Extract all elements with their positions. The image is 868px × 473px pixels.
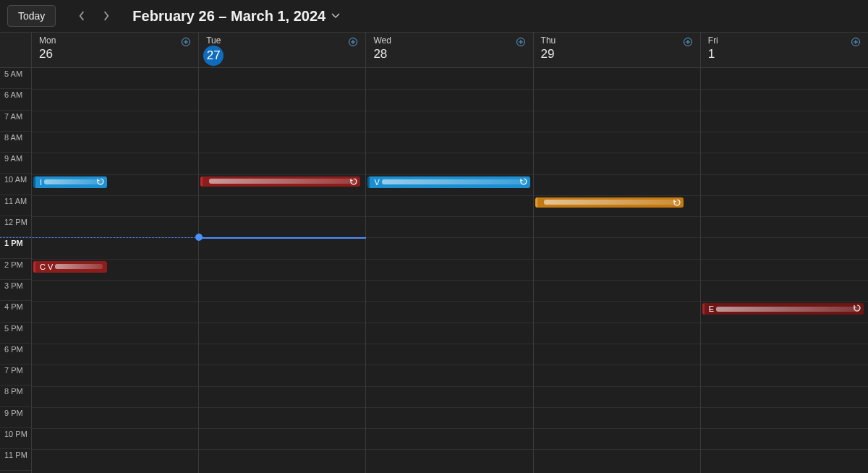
- event-redacted-text: [209, 179, 356, 184]
- time-label: 12 PM: [0, 216, 31, 237]
- time-label: 3 PM: [0, 280, 31, 301]
- time-label: 10 AM: [0, 174, 31, 195]
- event-redacted-text: [544, 200, 679, 205]
- time-label: 9 AM: [0, 153, 31, 174]
- time-label: 9 PM: [0, 407, 31, 428]
- day-number: 1: [708, 47, 861, 61]
- day-number: 27: [203, 46, 224, 66]
- calendar-event[interactable]: C V: [33, 261, 107, 273]
- time-label: 6 AM: [0, 89, 31, 110]
- next-week-button[interactable]: [96, 6, 116, 26]
- day-header[interactable]: Fri 1: [701, 33, 868, 67]
- recurring-icon: [854, 304, 861, 312]
- day-column[interactable]: IC V: [32, 68, 199, 473]
- day-of-week: Thu: [541, 35, 693, 46]
- day-header[interactable]: Tue 27: [199, 33, 366, 67]
- time-label: 5 AM: [0, 68, 31, 89]
- day-of-week: Wed: [373, 35, 525, 46]
- event-title: I: [40, 178, 42, 187]
- day-header[interactable]: Thu 29: [534, 33, 701, 67]
- calendar-event[interactable]: I: [33, 176, 107, 188]
- event-redacted-text: [55, 264, 102, 269]
- day-header[interactable]: Wed 28: [366, 33, 533, 67]
- calendar-grid-wrap: 5 AM6 AM7 AM8 AM9 AM10 AM11 AM12 PM1 PM2…: [0, 68, 868, 473]
- chevron-down-icon: [331, 12, 340, 20]
- recurring-icon: [520, 178, 527, 185]
- day-header[interactable]: Mon 26: [32, 33, 199, 67]
- add-event-icon[interactable]: [348, 37, 358, 47]
- prev-week-button[interactable]: [72, 6, 92, 26]
- event-title: V: [374, 178, 379, 187]
- day-column[interactable]: E: [701, 68, 868, 473]
- calendar-event[interactable]: [200, 176, 360, 187]
- calendar-event[interactable]: [535, 197, 684, 208]
- today-button[interactable]: Today: [7, 5, 56, 27]
- recurring-icon: [97, 178, 104, 185]
- now-indicator-dotted: [0, 237, 199, 238]
- chevron-right-icon: [103, 11, 110, 21]
- day-column[interactable]: [199, 68, 366, 473]
- day-header-row: Mon 26 Tue 27 Wed 28 Thu 29 Fri 1: [0, 32, 868, 68]
- day-of-week: Fri: [708, 35, 861, 46]
- event-redacted-text: [716, 307, 859, 312]
- chevron-left-icon: [78, 11, 85, 21]
- time-label: 1 PM: [0, 237, 31, 258]
- time-label: 2 PM: [0, 259, 31, 280]
- add-event-icon[interactable]: [516, 37, 526, 47]
- event-title: C V: [40, 263, 53, 271]
- time-gutter: 5 AM6 AM7 AM8 AM9 AM10 AM11 AM12 PM1 PM2…: [0, 68, 32, 473]
- time-label: 8 AM: [0, 132, 31, 153]
- time-label: 6 PM: [0, 344, 31, 365]
- calendar-toolbar: Today February 26 – March 1, 2024: [0, 0, 868, 32]
- recurring-icon: [350, 178, 357, 185]
- time-label: 8 PM: [0, 385, 31, 406]
- now-indicator-line: [199, 237, 366, 239]
- recurring-icon: [673, 199, 681, 206]
- time-label: 4 PM: [0, 301, 31, 322]
- day-number: 29: [541, 47, 693, 61]
- day-number: 28: [373, 47, 525, 61]
- time-label: 7 PM: [0, 365, 31, 385]
- day-of-week: Mon: [39, 35, 191, 46]
- day-number: 26: [39, 47, 191, 61]
- day-header-gutter: [0, 33, 32, 67]
- calendar-event[interactable]: V: [367, 176, 529, 188]
- calendar-grid: 5 AM6 AM7 AM8 AM9 AM10 AM11 AM12 PM1 PM2…: [0, 68, 868, 473]
- date-range-picker[interactable]: February 26 – March 1, 2024: [132, 8, 340, 25]
- time-label: 11 AM: [0, 195, 31, 216]
- day-column[interactable]: [534, 68, 701, 473]
- event-redacted-text: [382, 179, 526, 184]
- day-column[interactable]: V: [366, 68, 533, 473]
- calendar-event[interactable]: E: [702, 303, 864, 315]
- event-title: E: [709, 304, 714, 313]
- event-redacted-text: [44, 179, 103, 184]
- add-event-icon[interactable]: [683, 37, 693, 47]
- time-label: 5 PM: [0, 323, 31, 344]
- time-label: 7 AM: [0, 111, 31, 132]
- time-label: 11 PM: [0, 449, 31, 470]
- add-event-icon[interactable]: [181, 37, 191, 47]
- day-of-week: Tue: [206, 35, 358, 46]
- date-range-label: February 26 – March 1, 2024: [132, 8, 326, 25]
- add-event-icon[interactable]: [851, 37, 861, 47]
- time-label: 10 PM: [0, 428, 31, 449]
